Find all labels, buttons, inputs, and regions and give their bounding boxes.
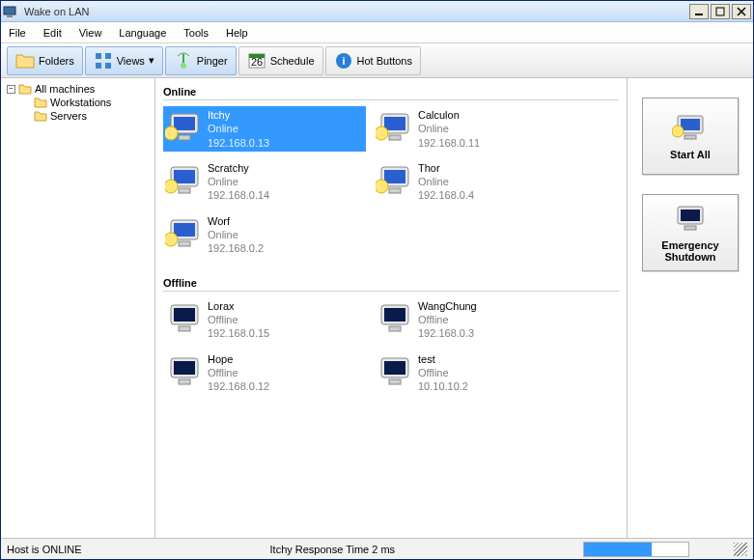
- svg-text:26: 26: [251, 56, 263, 68]
- host-status: Offline: [208, 313, 269, 326]
- monitor-off-icon: [165, 356, 202, 389]
- toolbar-hotbuttons-button[interactable]: i Hot Buttons: [325, 46, 421, 75]
- host-item[interactable]: ThorOnline192.168.0.4: [374, 159, 576, 205]
- menu-view[interactable]: View: [79, 27, 102, 39]
- svg-rect-51: [684, 135, 696, 139]
- svg-rect-45: [179, 379, 190, 384]
- tree-child-workstations[interactable]: Workstations: [3, 96, 153, 109]
- monitor-on-icon: [672, 112, 709, 145]
- emergency-shutdown-label: Emergency Shutdown: [643, 239, 738, 263]
- host-item[interactable]: LoraxOffline192.168.0.15: [163, 297, 366, 343]
- host-ip: 192.168.0.15: [208, 326, 269, 340]
- toolbar-pinger-label: Pinger: [197, 55, 228, 67]
- host-name: Hope: [208, 352, 269, 366]
- views-icon: [94, 51, 113, 70]
- svg-rect-41: [384, 308, 405, 322]
- host-ip: 192.168.0.2: [208, 241, 264, 255]
- svg-rect-39: [179, 326, 190, 331]
- toolbar-schedule-label: Schedule: [270, 55, 315, 67]
- status-bar: Host is ONLINE Itchy Response Time 2 ms: [1, 538, 753, 559]
- emergency-shutdown-button[interactable]: Emergency Shutdown: [642, 194, 739, 271]
- svg-point-32: [376, 180, 388, 193]
- host-name: test: [418, 352, 468, 366]
- host-item[interactable]: ScratchyOnline192.168.0.14: [163, 159, 366, 205]
- svg-rect-26: [174, 170, 195, 183]
- svg-rect-27: [179, 188, 190, 193]
- svg-rect-19: [179, 135, 190, 140]
- svg-rect-1: [7, 15, 13, 17]
- toolbar: Folders Views ▾ Pinger 26 Schedule i Hot…: [1, 43, 753, 78]
- host-item[interactable]: testOffline10.10.10.2: [374, 350, 576, 396]
- svg-point-36: [165, 233, 178, 246]
- close-button[interactable]: [732, 4, 751, 19]
- minimize-button[interactable]: [689, 4, 709, 19]
- monitor-on-icon: [165, 165, 202, 198]
- tree-root[interactable]: − All machines: [3, 82, 153, 96]
- monitor-off-icon: [165, 303, 202, 336]
- monitor-off-icon: [376, 356, 412, 389]
- host-status: Online: [208, 228, 264, 241]
- toolbar-views-label: Views: [117, 55, 145, 67]
- host-list: Online ItchyOnline192.168.0.13CalculonOn…: [155, 78, 628, 538]
- svg-rect-54: [681, 210, 700, 221]
- window-title: Wake on LAN: [20, 6, 687, 17]
- start-all-button[interactable]: Start All: [642, 98, 739, 175]
- host-status: Offline: [418, 366, 468, 379]
- toolbar-folders-button[interactable]: Folders: [7, 46, 83, 75]
- svg-rect-23: [389, 135, 401, 140]
- action-panel: Start All Emergency Shutdown: [628, 78, 753, 538]
- menu-bar: File Edit View Language Tools Help: [1, 22, 753, 43]
- svg-rect-7: [105, 53, 111, 59]
- menu-help[interactable]: Help: [226, 27, 248, 39]
- svg-rect-3: [716, 8, 724, 15]
- monitor-on-icon: [376, 112, 412, 145]
- host-item[interactable]: WorfOnline192.168.0.2: [163, 212, 366, 258]
- tree-child-servers[interactable]: Servers: [3, 109, 153, 123]
- maximize-button[interactable]: [711, 4, 730, 19]
- svg-rect-44: [174, 361, 195, 375]
- toolbar-schedule-button[interactable]: 26 Schedule: [238, 46, 323, 75]
- main-pane: Online ItchyOnline192.168.0.13CalculonOn…: [155, 78, 753, 538]
- chevron-down-icon: ▾: [149, 54, 154, 67]
- host-ip: 192.168.0.4: [418, 188, 474, 202]
- menu-language[interactable]: Language: [119, 27, 166, 39]
- monitor-on-icon: [165, 218, 202, 251]
- host-status: Online: [208, 122, 269, 135]
- host-name: Thor: [418, 161, 474, 175]
- tree-root-label: All machines: [35, 83, 95, 95]
- calendar-icon: 26: [247, 51, 266, 70]
- svg-point-52: [672, 126, 684, 137]
- svg-rect-48: [389, 379, 401, 384]
- folder-icon: [34, 97, 47, 108]
- toolbar-pinger-button[interactable]: Pinger: [165, 46, 237, 75]
- svg-point-24: [376, 126, 388, 140]
- host-item[interactable]: ItchyOnline192.168.0.13: [163, 106, 366, 152]
- host-item[interactable]: WangChungOffline192.168.0.3: [374, 297, 576, 343]
- host-ip: 192.168.0.13: [208, 136, 269, 150]
- resize-grip-icon[interactable]: [734, 543, 747, 556]
- host-status: Offline: [208, 366, 269, 379]
- svg-rect-34: [174, 223, 195, 237]
- host-status: Online: [418, 122, 480, 135]
- host-item[interactable]: CalculonOnline192.168.0.11: [374, 106, 576, 152]
- group-header-online: Online: [163, 84, 619, 100]
- host-item[interactable]: HopeOffline192.168.0.12: [163, 350, 366, 396]
- toolbar-views-button[interactable]: Views ▾: [85, 46, 163, 75]
- menu-edit[interactable]: Edit: [43, 27, 62, 39]
- monitor-on-icon: [165, 112, 202, 145]
- status-progress: [583, 542, 689, 557]
- svg-point-10: [181, 63, 186, 69]
- host-ip: 192.168.0.3: [418, 326, 477, 340]
- svg-rect-50: [681, 119, 700, 130]
- tree-collapse-icon[interactable]: −: [7, 85, 15, 94]
- pinger-icon: [174, 51, 193, 70]
- svg-rect-6: [96, 53, 101, 59]
- app-icon: [3, 5, 16, 18]
- host-name: Itchy: [208, 108, 269, 122]
- host-status: Online: [418, 175, 474, 188]
- svg-point-20: [165, 126, 178, 140]
- menu-tools[interactable]: Tools: [183, 27, 209, 39]
- host-name: Calculon: [418, 108, 480, 122]
- menu-file[interactable]: File: [9, 27, 26, 39]
- tree-child-label: Workstations: [50, 97, 111, 108]
